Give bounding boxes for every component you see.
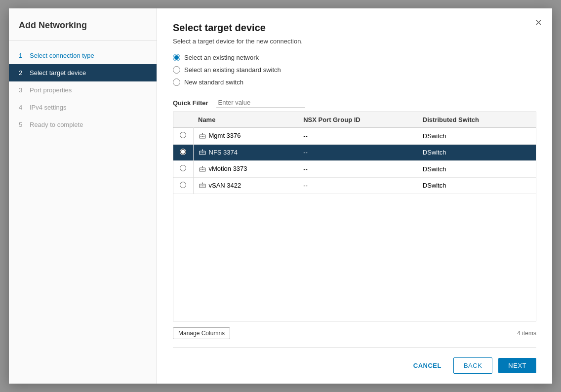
radio-existing-switch[interactable] [173, 66, 180, 74]
radio-new-switch[interactable] [173, 78, 180, 86]
svg-point-17 [202, 166, 203, 167]
sidebar-step-3: 3 Port properties [9, 81, 157, 99]
svg-point-7 [200, 153, 201, 154]
radio-existing-network[interactable] [173, 54, 180, 61]
row-nsx-cell: -- [298, 177, 418, 194]
back-button[interactable]: BACK [453, 357, 492, 374]
table-row[interactable]: vMotion 3373--DSwitch [173, 161, 536, 178]
page-title: Select target device [173, 22, 536, 34]
row-nsx-cell: -- [298, 144, 418, 161]
row-nsx-cell: -- [298, 128, 418, 145]
col-header-select [173, 112, 193, 128]
svg-point-15 [203, 169, 204, 170]
svg-point-23 [202, 183, 203, 184]
svg-point-2 [202, 136, 203, 137]
close-button[interactable]: ✕ [533, 16, 544, 29]
radio-label-existing-network: Select an existing network [184, 54, 259, 61]
filter-label: Quick Filter [173, 99, 208, 107]
filter-input[interactable] [216, 98, 305, 108]
step-label-5: Ready to complete [30, 121, 83, 128]
col-header-nsx: NSX Port Group ID [298, 112, 418, 128]
modal: Add Networking 1 Select connection type … [9, 8, 552, 384]
sidebar-step-4: 4 IPv4 settings [9, 99, 157, 116]
svg-point-5 [202, 133, 203, 134]
row-dswitch-cell: DSwitch [418, 128, 536, 145]
row-radio-0[interactable] [180, 132, 186, 138]
sidebar: Add Networking 1 Select connection type … [9, 8, 157, 384]
bottom-actions: CANCEL BACK NEXT [173, 347, 536, 384]
table-header-row: Name NSX Port Group ID Distributed Switc… [173, 112, 536, 128]
sidebar-step-2: 2 Select target device [9, 64, 157, 81]
svg-point-1 [200, 136, 201, 137]
row-radio-cell [173, 128, 193, 145]
radio-option-new-switch[interactable]: New standard switch [173, 78, 536, 86]
step-number-4: 4 [19, 104, 26, 111]
col-header-dswitch: Distributed Switch [418, 112, 536, 128]
row-dswitch-cell: DSwitch [418, 177, 536, 194]
step-number-1: 1 [19, 52, 26, 59]
row-radio-2[interactable] [180, 165, 186, 171]
page-subtitle: Select a target device for the new conne… [173, 38, 536, 45]
step-label-2: Select target device [30, 69, 86, 77]
items-count: 4 items [517, 330, 536, 337]
cancel-button[interactable]: CANCEL [407, 358, 447, 373]
sidebar-step-5: 5 Ready to complete [9, 116, 157, 133]
svg-point-19 [200, 186, 201, 187]
network-icon [199, 132, 209, 139]
row-dswitch-cell: DSwitch [418, 144, 536, 161]
row-name-cell: vMotion 3373 [193, 161, 298, 178]
table-row[interactable]: Mgmt 3376--DSwitch [173, 128, 536, 145]
filter-row: Quick Filter [173, 98, 536, 108]
row-dswitch-cell: DSwitch [418, 161, 536, 178]
main-content: ✕ Select target device Select a target d… [157, 8, 552, 384]
row-radio-cell [173, 161, 193, 178]
step-label-1: Select connection type [30, 52, 94, 59]
col-header-name: Name [193, 112, 298, 128]
svg-point-3 [203, 136, 204, 137]
network-icon [199, 182, 209, 189]
row-nsx-cell: -- [298, 161, 418, 178]
network-icon [199, 149, 209, 156]
radio-option-existing-network[interactable]: Select an existing network [173, 54, 536, 61]
table-footer: Manage Columns 4 items [173, 323, 536, 343]
row-radio-cell [173, 177, 193, 194]
sidebar-step-1: 1 Select connection type [9, 47, 157, 64]
step-label-3: Port properties [30, 86, 72, 94]
svg-point-8 [202, 153, 203, 154]
table-container: Name NSX Port Group ID Distributed Switc… [173, 112, 536, 321]
modal-overlay: Add Networking 1 Select connection type … [0, 0, 561, 392]
step-label-4: IPv4 settings [30, 104, 66, 111]
row-radio-cell [173, 144, 193, 161]
row-radio-1[interactable] [180, 149, 186, 155]
row-name-cell: Mgmt 3376 [193, 128, 298, 145]
network-table: Name NSX Port Group ID Distributed Switc… [173, 112, 536, 194]
row-name-cell: NFS 3374 [193, 144, 298, 161]
manage-columns-button[interactable]: Manage Columns [173, 327, 230, 339]
row-radio-3[interactable] [180, 182, 186, 188]
row-name-cell: vSAN 3422 [193, 177, 298, 194]
table-row[interactable]: vSAN 3422--DSwitch [173, 177, 536, 194]
table-row[interactable]: NFS 3374--DSwitch [173, 144, 536, 161]
sidebar-steps: 1 Select connection type 2 Select target… [9, 41, 157, 139]
step-number-2: 2 [19, 69, 26, 77]
sidebar-title: Add Networking [9, 8, 157, 41]
svg-point-20 [202, 186, 203, 187]
radio-label-existing-switch: Select an existing standard switch [184, 66, 281, 74]
svg-point-14 [202, 169, 203, 170]
radio-option-existing-switch[interactable]: Select an existing standard switch [173, 66, 536, 74]
network-icon [199, 165, 209, 172]
radio-group: Select an existing network Select an exi… [173, 54, 536, 86]
next-button[interactable]: NEXT [498, 358, 536, 373]
svg-point-11 [202, 150, 203, 151]
step-number-5: 5 [19, 121, 26, 128]
svg-point-21 [203, 186, 204, 187]
step-number-3: 3 [19, 86, 26, 94]
radio-label-new-switch: New standard switch [184, 78, 243, 86]
svg-point-13 [200, 169, 201, 170]
svg-point-9 [203, 153, 204, 154]
